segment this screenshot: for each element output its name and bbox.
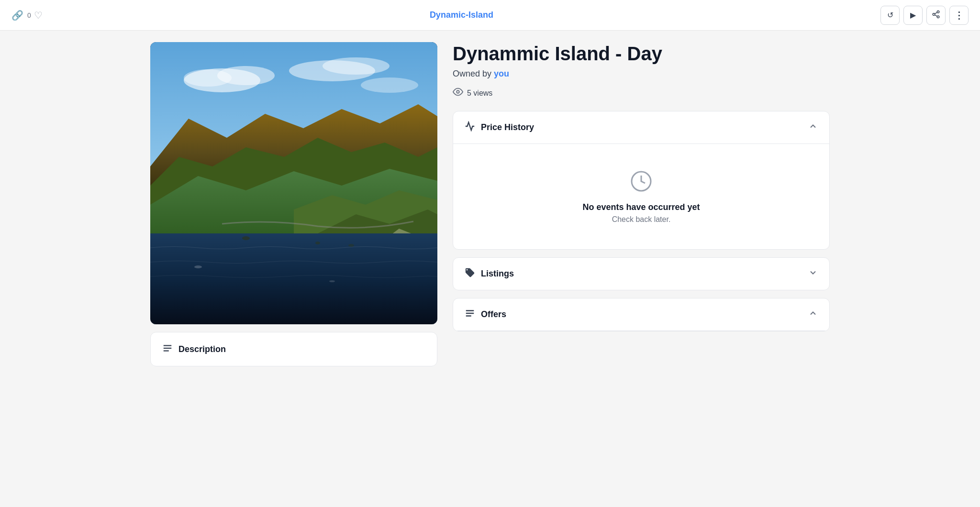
price-history-header-left: Price History [465, 121, 534, 134]
nft-views: 5 views [453, 87, 830, 99]
listings-label: Listings [481, 269, 514, 279]
eye-icon [453, 87, 463, 99]
empty-state-subtitle: Check back later. [612, 215, 671, 224]
price-history-label: Price History [481, 122, 534, 132]
main-content: Description Dynammic Island - Day Owned … [131, 31, 849, 507]
svg-point-2 [937, 16, 939, 18]
chain-icon: 🔗 [11, 10, 23, 21]
listings-chevron [808, 268, 818, 280]
description-card[interactable]: Description [150, 332, 437, 366]
svg-line-3 [935, 15, 937, 16]
share-button[interactable] [926, 6, 946, 25]
refresh-button[interactable]: ↺ [880, 6, 900, 25]
owner-label: Owned by [453, 69, 491, 78]
views-count: 5 views [467, 89, 492, 98]
price-history-header[interactable]: Price History [453, 111, 829, 144]
svg-rect-19 [150, 233, 437, 324]
svg-point-24 [329, 280, 335, 282]
svg-point-10 [323, 57, 390, 75]
svg-point-21 [315, 242, 320, 244]
svg-point-22 [348, 244, 354, 247]
nft-image [150, 42, 437, 324]
play-icon: ▶ [910, 11, 916, 20]
description-icon [162, 343, 173, 356]
nav-left: 🔗 0 ♡ [11, 10, 43, 21]
svg-point-20 [242, 236, 250, 240]
listings-card: Listings [453, 257, 830, 290]
left-column: Description [150, 42, 437, 496]
more-button[interactable]: ⋮ [949, 6, 969, 25]
svg-point-11 [361, 77, 418, 93]
top-navigation: 🔗 0 ♡ Dynamic-Island ↺ ▶ ⋮ [0, 0, 980, 31]
svg-line-4 [935, 12, 937, 13]
listings-icon [465, 267, 475, 280]
description-label: Description [178, 344, 226, 354]
price-history-icon [465, 121, 475, 134]
svg-point-28 [457, 90, 459, 93]
svg-point-1 [933, 13, 935, 15]
price-history-body: No events have occurred yet Check back l… [453, 144, 829, 249]
more-icon: ⋮ [954, 10, 964, 21]
listings-header-left: Listings [465, 267, 514, 280]
brand-name: Dynamic-Island [430, 10, 493, 20]
offers-icon [465, 308, 475, 321]
empty-state-title: No events have occurred yet [582, 202, 700, 212]
svg-point-0 [937, 11, 939, 13]
nft-image-container [150, 42, 437, 324]
nft-owner: Owned by you [453, 69, 830, 79]
heart-icon: ♡ [34, 10, 43, 21]
offers-card: Offers [453, 298, 830, 331]
refresh-icon: ↺ [887, 11, 893, 20]
like-count: 0 [27, 11, 31, 19]
empty-state-clock-icon [630, 170, 653, 195]
owner-link[interactable]: you [494, 69, 509, 78]
offers-label: Offers [481, 309, 506, 320]
svg-point-8 [184, 69, 232, 87]
svg-point-23 [194, 265, 202, 268]
nft-title: Dynammic Island - Day [453, 42, 830, 65]
offers-header-left: Offers [465, 308, 506, 321]
offers-chevron [808, 309, 818, 320]
play-button[interactable]: ▶ [903, 6, 923, 25]
offers-header[interactable]: Offers [453, 298, 829, 331]
right-column: Dynammic Island - Day Owned by you 5 vie… [453, 42, 830, 496]
price-history-card: Price History No events have occurred ye [453, 111, 830, 250]
listings-header[interactable]: Listings [453, 258, 829, 290]
share-icon [932, 10, 940, 21]
price-history-chevron [808, 121, 818, 133]
like-area: 0 ♡ [27, 10, 43, 21]
nav-actions: ↺ ▶ ⋮ [880, 6, 969, 25]
